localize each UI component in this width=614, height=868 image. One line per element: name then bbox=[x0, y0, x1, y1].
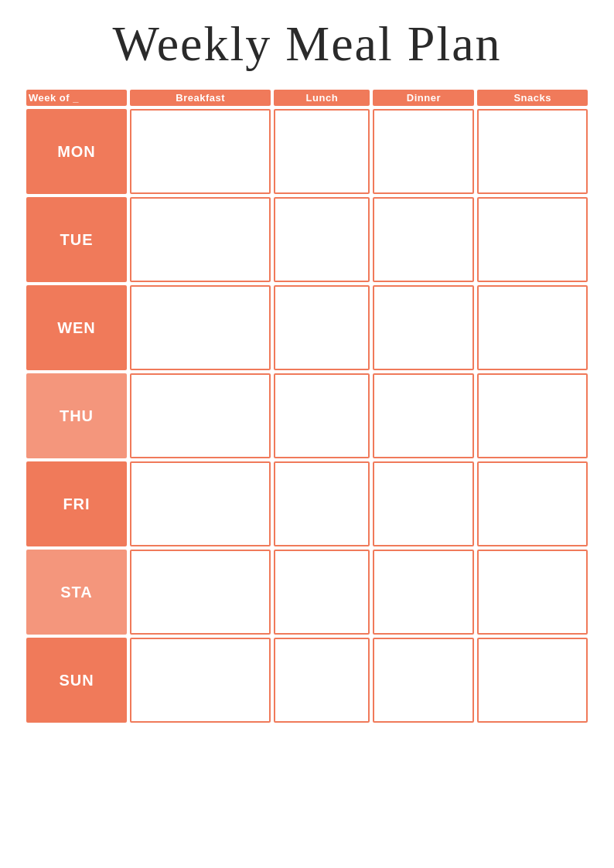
week-of-header: Week of _ bbox=[26, 90, 127, 106]
breakfast-header: Breakfast bbox=[130, 90, 271, 106]
page-title: Weekly Meal Plan bbox=[112, 15, 501, 73]
thu-snacks-cell[interactable] bbox=[477, 373, 588, 458]
lunch-header: Lunch bbox=[274, 90, 370, 106]
fri-snacks-cell[interactable] bbox=[477, 461, 588, 546]
day-label-thu: THU bbox=[26, 373, 127, 458]
day-row-wen: WEN bbox=[26, 285, 588, 370]
day-label-mon: MON bbox=[26, 109, 127, 194]
thu-dinner-cell[interactable] bbox=[373, 373, 474, 458]
snacks-header: Snacks bbox=[477, 90, 588, 106]
day-row-mon: MON bbox=[26, 109, 588, 194]
sun-snacks-cell[interactable] bbox=[477, 638, 588, 723]
day-label-fri: FRI bbox=[26, 461, 127, 546]
sta-lunch-cell[interactable] bbox=[274, 550, 370, 635]
day-row-sta: STA bbox=[26, 550, 588, 635]
thu-lunch-cell[interactable] bbox=[274, 373, 370, 458]
day-label-wen: WEN bbox=[26, 285, 127, 370]
day-row-sun: SUN bbox=[26, 638, 588, 723]
sun-dinner-cell[interactable] bbox=[373, 638, 474, 723]
sun-lunch-cell[interactable] bbox=[274, 638, 370, 723]
day-row-tue: TUE bbox=[26, 197, 588, 282]
wen-breakfast-cell[interactable] bbox=[130, 285, 271, 370]
fri-breakfast-cell[interactable] bbox=[130, 461, 271, 546]
mon-snacks-cell[interactable] bbox=[477, 109, 588, 194]
meal-plan-table: Week of _ Breakfast Lunch Dinner Snacks … bbox=[23, 87, 591, 726]
day-row-thu: THU bbox=[26, 373, 588, 458]
fri-dinner-cell[interactable] bbox=[373, 461, 474, 546]
mon-dinner-cell[interactable] bbox=[373, 109, 474, 194]
day-label-sun: SUN bbox=[26, 638, 127, 723]
day-label-tue: TUE bbox=[26, 197, 127, 282]
dinner-header: Dinner bbox=[373, 90, 474, 106]
sta-dinner-cell[interactable] bbox=[373, 550, 474, 635]
tue-lunch-cell[interactable] bbox=[274, 197, 370, 282]
tue-dinner-cell[interactable] bbox=[373, 197, 474, 282]
sta-breakfast-cell[interactable] bbox=[130, 550, 271, 635]
mon-breakfast-cell[interactable] bbox=[130, 109, 271, 194]
wen-lunch-cell[interactable] bbox=[274, 285, 370, 370]
day-label-sta: STA bbox=[26, 550, 127, 635]
mon-lunch-cell[interactable] bbox=[274, 109, 370, 194]
day-row-fri: FRI bbox=[26, 461, 588, 546]
sun-breakfast-cell[interactable] bbox=[130, 638, 271, 723]
wen-snacks-cell[interactable] bbox=[477, 285, 588, 370]
tue-breakfast-cell[interactable] bbox=[130, 197, 271, 282]
thu-breakfast-cell[interactable] bbox=[130, 373, 271, 458]
wen-dinner-cell[interactable] bbox=[373, 285, 474, 370]
sta-snacks-cell[interactable] bbox=[477, 550, 588, 635]
tue-snacks-cell[interactable] bbox=[477, 197, 588, 282]
fri-lunch-cell[interactable] bbox=[274, 461, 370, 546]
header-row: Week of _ Breakfast Lunch Dinner Snacks bbox=[26, 90, 588, 106]
